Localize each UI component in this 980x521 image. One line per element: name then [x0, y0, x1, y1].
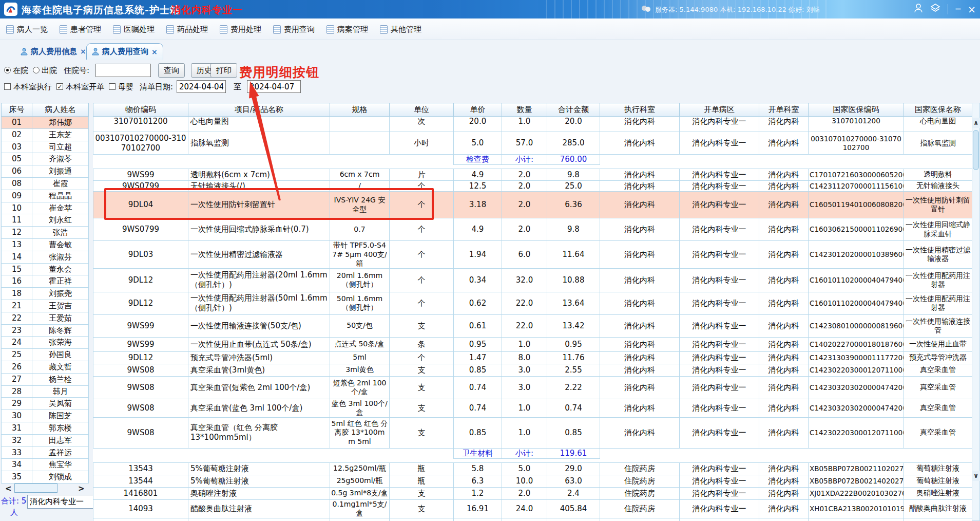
fee-row[interactable]: 9WS99透明敷料(6cm x 7cm)6cm x 7cm片4.92.09.8消…	[93, 169, 972, 181]
menu-item-other-mgmt[interactable]: 其他管理	[380, 24, 421, 35]
patient-row[interactable]: 33孟祥运	[2, 446, 89, 459]
patient-row[interactable]: 10崔金苹	[2, 202, 89, 214]
print-button[interactable]: 打印	[210, 63, 237, 78]
checkbox-dept-order[interactable]: ✓	[56, 83, 63, 90]
date-from-input[interactable]	[177, 80, 226, 93]
scroll-left-icon[interactable]: <	[5, 484, 12, 493]
layers-icon[interactable]	[930, 3, 940, 15]
patient-row[interactable]: 28韩月	[2, 385, 89, 398]
admission-no-input[interactable]	[95, 64, 151, 77]
patient-row[interactable]: 16霍正祥	[2, 275, 89, 288]
menu-item-drug-processing[interactable]: 药品处理	[166, 24, 208, 35]
patient-row[interactable]: 31郭东楼	[2, 422, 89, 434]
fee-row[interactable]: 9WS0799一次性使用回缩式静脉采血针(0.7)0.7个4.92.09.8消化…	[93, 218, 972, 241]
fee-row[interactable]: 9DL12预充式导管冲洗器(5ml)5ml个1.478.011.76消化内科消化…	[93, 351, 972, 364]
fee-row[interactable]: 9WS99一次性使用止血带(点连式 50条/盒)点连式 50条/盒条0.951.…	[93, 337, 972, 351]
patient-row[interactable]: 25孙国良	[2, 349, 89, 361]
patient-row[interactable]: 18刘振尧	[2, 288, 89, 300]
fee-cell: 片	[390, 169, 454, 181]
fee-row[interactable]: 9DL12一次性使用配药用注射器(50ml 1.6mm（侧孔针）)50ml 1.…	[93, 292, 972, 314]
menu-item-patient-mgmt[interactable]: 患者管理	[60, 24, 101, 35]
tab-patient-fee-query[interactable]: 病人费用查询 ×	[86, 43, 163, 60]
patient-row[interactable]: 02王东芝	[2, 128, 89, 141]
patient-row[interactable]: 29吴凤菊	[2, 398, 89, 410]
fee-row[interactable]: 9WS08真空采血管(短紫色 2ml 100个/盒)短紫色 2ml 100个/盒…	[93, 376, 972, 399]
scroll-up-icon[interactable]: ∧	[972, 118, 980, 128]
patient-row[interactable]: 03司立超	[2, 141, 89, 153]
fee-cell: 住院药房	[600, 487, 680, 499]
tab-close-icon[interactable]: ×	[151, 48, 158, 56]
close-button[interactable]: ×	[968, 4, 976, 15]
bed-no-cell: 30	[2, 410, 32, 422]
fee-row[interactable]: 9WS08真空采血管(3ml黄色)3ml黄色支0.853.02.55消化内科消化…	[93, 364, 972, 376]
patient-hscrollbar[interactable]: < >	[0, 483, 88, 494]
ward-select[interactable]: 消化内科专业一 ∨	[27, 495, 100, 509]
fee-cell: 3.0	[502, 364, 547, 376]
patient-row[interactable]: 06刘振通	[2, 165, 89, 178]
menu-item-medical-records[interactable]: 病案管理	[326, 24, 368, 35]
minimize-button[interactable]: ─	[955, 4, 960, 15]
fee-row[interactable]: 135445%葡萄糖注射液25g500ml/瓶瓶6.310.063.0住院药房消…	[93, 475, 972, 487]
fee-cell: 一次性使用止血带(点连式 50条/盒)	[188, 337, 330, 351]
tab-close-icon[interactable]: ×	[80, 47, 86, 55]
radio-inpatient[interactable]	[4, 67, 11, 73]
menu-item-fee-processing[interactable]: 费用处理	[220, 24, 261, 35]
checkbox-mother-infant[interactable]	[109, 83, 116, 90]
bed-no-cell: 29	[2, 398, 32, 410]
date-range-label: 清单日期:	[140, 82, 173, 92]
patient-row[interactable]: 15董永会	[2, 263, 89, 275]
patient-row[interactable]: 08崔霞	[2, 177, 89, 190]
query-button[interactable]: 查询	[158, 63, 185, 78]
patient-row[interactable]: 09程晶晶	[2, 190, 89, 202]
patient-row[interactable]: 14张淑芬	[2, 251, 89, 263]
fee-cell: C1402022700001801876000	[809, 337, 904, 351]
fee-row[interactable]: 1416801奥硝唑注射液0.5g 3ml*8支/盒支1.22.02.4住院药房…	[93, 487, 972, 499]
fee-row[interactable]: 9WS08真空采血管（红色 分离胶13*100mm5ml）5ml 红色 红色 分…	[93, 417, 972, 448]
menu-item-patient-overview[interactable]: 病人一览	[6, 24, 48, 35]
date-to-input[interactable]	[247, 80, 301, 93]
fee-cell: 一次性使用止血带	[904, 337, 972, 351]
patient-row[interactable]: 30陈国芝	[2, 410, 89, 422]
patient-row[interactable]: 34焦宝华	[2, 459, 89, 471]
scroll-down-icon[interactable]: ∨	[972, 471, 980, 481]
user-account-icon[interactable]	[914, 3, 923, 15]
scroll-right-icon[interactable]: >	[78, 484, 85, 493]
patient-row[interactable]: 26藏文哲	[2, 361, 89, 373]
fee-row[interactable]: 13592复方氨基酸（18AA-V-SF）注射液8.06g250ml/瓶瓶42.…	[93, 518, 972, 521]
fee-row[interactable]: 9WS99一次性使用输液连接管(50支/包)50支/包支0.6122.013.4…	[93, 314, 972, 337]
tab-patient-fee-info[interactable]: 病人费用信息 ×	[15, 43, 91, 60]
fee-scrollbar[interactable]: ∧ ∨	[972, 103, 980, 521]
patient-row[interactable]: 24张荣海	[2, 337, 89, 349]
fee-row[interactable]: 9WS08真空采血管(蓝色 3ml 100个/盒)蓝色 3ml 100个/盒支0…	[93, 399, 972, 417]
fee-row[interactable]: 9DL12一次性使用配药用注射器(20ml 1.6mm（侧孔针）)20ml 1.…	[93, 268, 972, 292]
patient-row[interactable]: 27杨兰栓	[2, 373, 89, 385]
fee-row[interactable]: 003107010270000-31070102700指脉氧监测小时5.057.…	[93, 132, 972, 155]
radio-discharged[interactable]	[33, 67, 40, 73]
fee-cell: 消化内科专业一	[680, 292, 759, 314]
patient-row[interactable]: 35刘锁成	[2, 471, 89, 483]
fee-cell: 指脉氧监测	[904, 132, 972, 155]
fee-row[interactable]: 135435%葡萄糖注射液12.5g250ml/瓶瓶5.85.029.0住院药房…	[93, 462, 972, 475]
patient-row[interactable]: 22王爱茹	[2, 312, 89, 324]
fee-row[interactable]: 14093醋酸奥曲肽注射液0.1mg1ml*5支/盒支16.9124.0405.…	[93, 499, 972, 518]
patient-hscrollbar-thumb[interactable]	[14, 483, 57, 493]
fee-cell	[600, 448, 972, 458]
fee-row-highlighted[interactable]: 9DL04一次性使用防针刺留置针IVS-YIV 24G 安全型个3.182.06…	[93, 192, 972, 218]
fee-cell	[93, 448, 454, 458]
app-title: 海泰住院电子病历信息系统-护士站	[22, 4, 180, 17]
patient-row[interactable]: 13曹会敏	[2, 238, 89, 251]
patient-row[interactable]: 11刘永红	[2, 214, 89, 227]
fee-row[interactable]: 9WS0799无针输液接头(/)/个12.52.025.0消化内科消化内科专业一…	[93, 181, 972, 192]
patient-row[interactable]: 05齐淑苓	[2, 153, 89, 165]
menu-item-fee-query[interactable]: 费用查询	[273, 24, 315, 35]
patient-row[interactable]: 21王贺吉	[2, 300, 89, 312]
fee-row[interactable]: 9DL03一次性使用精密过滤输液器带针 TPF5.0-S47# 5μm 400支…	[93, 241, 972, 269]
patient-row[interactable]: 12张浩	[2, 227, 89, 239]
patient-row[interactable]: 32田志军	[2, 434, 89, 446]
fee-row[interactable]: 31070101200心电向量图次20.01.020.0消化内科消化内科专业一消…	[93, 117, 972, 132]
patient-row[interactable]: 23陈冬辉	[2, 324, 89, 337]
patient-row[interactable]: 01郑伟娜	[2, 117, 89, 129]
menu-item-order-processing[interactable]: 医嘱处理	[113, 24, 155, 35]
fee-scrollbar-thumb[interactable]	[973, 130, 979, 170]
checkbox-dept-execute[interactable]	[4, 83, 11, 90]
